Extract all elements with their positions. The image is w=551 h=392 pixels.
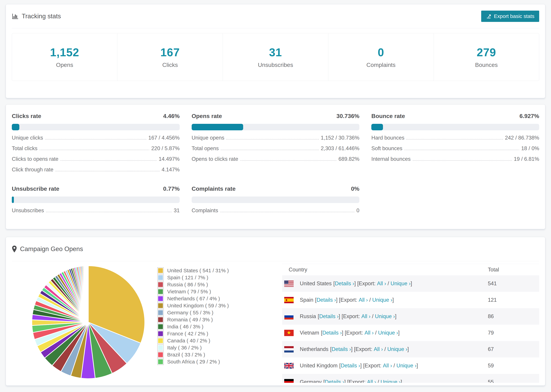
stat-value: 167 (160, 46, 180, 59)
country-name: Germany (300, 379, 322, 383)
rate-row-label: Hard bounces (371, 135, 404, 141)
export-all-link[interactable]: All › (377, 280, 386, 287)
details-link[interactable]: Details › (322, 330, 342, 336)
export-unique-link[interactable]: Unique › (378, 330, 398, 336)
progress-bar (192, 124, 360, 130)
geo-table-body: United States[Details ›] [Export: All › … (282, 275, 539, 383)
total-cell: 67 (488, 346, 539, 352)
export-all-link[interactable]: All › (367, 379, 376, 383)
rate-row-label: Internal bounces (371, 156, 410, 162)
legend-item[interactable]: India ( 46 / 3% ) (157, 323, 243, 330)
rate-row: Unique clicks167 / 4.456% (12, 135, 180, 141)
export-unique-link[interactable]: Unique › (372, 297, 392, 303)
legend-swatch-icon (157, 330, 164, 337)
export-unique-link[interactable]: Unique › (390, 280, 410, 287)
rate-block-complaints-rate: Complaints rate0%Complaints0 (192, 185, 360, 214)
export-all-link[interactable]: All › (383, 363, 392, 369)
legend-label: Canada ( 40 / 2% ) (167, 338, 210, 343)
country-cell: Netherlands[Details ›] [Export: All › / … (282, 346, 488, 352)
export-unique-link[interactable]: Unique › (396, 363, 417, 369)
dotted-leader (406, 139, 503, 140)
export-all-link[interactable]: All › (365, 330, 374, 336)
progress-bar (371, 124, 539, 130)
dotted-leader (46, 212, 172, 212)
rate-rows: Complaints0 (192, 207, 360, 214)
dotted-leader (60, 160, 156, 161)
stat-tile-bounces: 279Bounces (434, 33, 539, 81)
rate-row-value: 18 / 0% (521, 145, 539, 152)
legend-item[interactable]: Russia ( 86 / 5% ) (157, 281, 243, 288)
bracket: ] (417, 363, 418, 369)
rate-row-value: 31 (174, 207, 179, 214)
stat-label: Clicks (162, 62, 178, 68)
legend-item[interactable]: South Africa ( 29 / 2% ) (157, 358, 243, 365)
rate-row: Soft bounces18 / 0% (371, 145, 539, 152)
legend-item[interactable]: Italy ( 36 / 2% ) (157, 344, 243, 351)
export-unique-link[interactable]: Unique › (387, 346, 407, 352)
bracket: [ (321, 330, 322, 336)
details-link[interactable]: Details › (332, 346, 351, 352)
dotted-leader (226, 139, 319, 140)
pie-slice-small (88, 266, 88, 322)
export-unique-link[interactable]: Unique › (375, 313, 395, 320)
stat-value: 0 (378, 46, 384, 59)
legend-item[interactable]: Canada ( 40 / 2% ) (157, 337, 243, 344)
legend-item[interactable]: Netherlands ( 67 / 4% ) (157, 295, 243, 302)
stat-label: Bounces (475, 62, 498, 68)
details-link[interactable]: Details › (319, 313, 339, 320)
rate-value: 0.77% (163, 185, 179, 192)
country-cell: Russia[Details ›] [Export: All › / Uniqu… (282, 313, 488, 320)
legend-item[interactable]: Germany ( 55 / 3% ) (157, 309, 243, 316)
legend-swatch-icon (157, 323, 164, 330)
geo-opens-pie-chart (31, 265, 146, 379)
country-name: Russia (300, 313, 316, 320)
rate-title: Complaints rate (192, 185, 236, 192)
legend-swatch-icon (157, 316, 164, 323)
stat-tile-complaints: 0Complaints (328, 33, 434, 81)
legend-label: Netherlands ( 67 / 4% ) (167, 296, 220, 301)
export-unique-link[interactable]: Unique › (381, 379, 401, 383)
legend-item[interactable]: United Kingdom ( 59 / 3% ) (157, 302, 243, 309)
legend-label: Italy ( 36 / 2% ) (167, 345, 202, 351)
geo-table-row: Spain[Details ›] [Export: All › / Unique… (282, 292, 539, 308)
bracket: ] (395, 313, 396, 320)
map-pin-icon (12, 245, 17, 253)
bracket: ] (401, 379, 402, 383)
legend-item[interactable]: France ( 42 / 2% ) (157, 330, 243, 337)
legend-label: United States ( 541 / 31% ) (167, 268, 229, 273)
rate-rows: Unique opens1,152 / 30.736%Total opens2,… (192, 135, 360, 162)
legend-item[interactable]: United States ( 541 / 31% ) (157, 267, 243, 274)
legend-item[interactable]: Brazil ( 33 / 2% ) (157, 351, 243, 358)
progress-bar-fill (12, 124, 19, 130)
rate-block-opens-rate: Opens rate30.736%Unique opens1,152 / 30.… (192, 113, 360, 173)
slash: / (370, 313, 375, 320)
rate-row-value: 689.82% (339, 156, 359, 162)
progress-bar-fill (12, 196, 14, 203)
details-link[interactable]: Details › (317, 297, 336, 303)
page-title: Tracking stats (22, 13, 61, 20)
legend-item[interactable]: Vietnam ( 79 / 5% ) (157, 288, 243, 295)
details-link[interactable]: Details › (341, 363, 360, 369)
legend-item[interactable]: Spain ( 121 / 7% ) (157, 274, 243, 281)
rate-row-label: Complaints (192, 207, 218, 214)
country-cell: United Kingdom[Details ›] [Export: All ›… (282, 363, 488, 369)
legend-swatch-icon (157, 274, 164, 281)
details-link[interactable]: Details › (335, 280, 354, 287)
bracket: ] [Export: (344, 379, 367, 383)
export-all-link[interactable]: All › (374, 346, 383, 352)
dotted-leader (240, 160, 336, 161)
bracket: ] (398, 330, 400, 336)
progress-bar-fill (371, 124, 383, 130)
dotted-leader (56, 171, 160, 171)
stat-label: Complaints (366, 62, 396, 68)
export-basic-stats-button[interactable]: Export basic stats (481, 11, 539, 22)
export-all-link[interactable]: All › (361, 313, 370, 320)
details-link[interactable]: Details › (325, 379, 344, 383)
legend-item[interactable]: Romania ( 49 / 3% ) (157, 316, 243, 323)
rate-row: Unsubscribes31 (12, 207, 180, 214)
bracket: ] (411, 280, 412, 287)
rate-title: Clicks rate (12, 113, 41, 119)
export-all-link[interactable]: All › (359, 297, 368, 303)
rate-row-label: Clicks to opens rate (12, 156, 58, 162)
rate-row-value: 2,303 / 61.446% (321, 145, 360, 152)
